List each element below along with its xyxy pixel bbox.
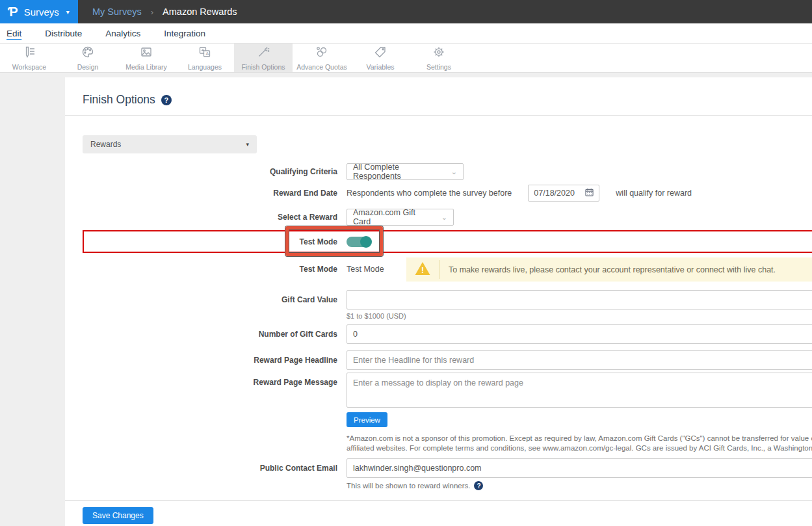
bottom-divider: [65, 500, 812, 501]
toolbar-item-label: Settings: [426, 63, 451, 71]
reward-end-date-value: 07/18/2020: [534, 189, 575, 198]
number-of-gift-cards-row: Number of Gift Cards: [83, 324, 812, 344]
disclaimer-line-1: *Amazon.com is not a sponsor of this pro…: [347, 434, 812, 443]
test-mode-toggle-row: Test Mode: [83, 229, 812, 255]
design-icon: [81, 46, 94, 61]
calendar-icon: [585, 188, 594, 198]
chevron-down-icon: ⌄: [451, 168, 457, 176]
public-contact-email-label: Public Contact Email: [83, 464, 337, 473]
preview-button[interactable]: Preview: [347, 412, 387, 427]
questionpro-logo-icon: Ƥ: [8, 5, 18, 18]
test-mode-status-label: Test Mode: [83, 257, 337, 274]
reward-page-headline-input[interactable]: [347, 350, 812, 370]
reward-page-message-row: Reward Page Message: [83, 373, 812, 408]
reward-page-headline-label: Reward Page Headline: [83, 356, 337, 365]
reward-end-date-label: Reward End Date: [83, 189, 337, 198]
amazon-disclaimer: *Amazon.com is not a sponsor of this pro…: [347, 434, 812, 453]
top-bar: Ƥ Surveys ▾ My Surveys › Amazon Rewards: [0, 0, 812, 23]
reward-end-date-suffix: will qualify for reward: [616, 189, 692, 198]
toolbar-item-label: Languages: [188, 63, 222, 71]
main-tab-nav: Edit Distribute Analytics Integration: [0, 23, 812, 44]
breadcrumb-my-surveys[interactable]: My Surveys: [92, 7, 142, 17]
toggle-knob: [360, 236, 372, 248]
toolbar-item-languages[interactable]: A Languages: [176, 44, 234, 72]
gift-card-value-helper: $1 to $1000 (USD): [347, 312, 812, 320]
warning-text: To make rewards live, please contact you…: [449, 265, 776, 274]
chevron-down-icon: ▾: [246, 141, 249, 148]
toolbar-item-media-library[interactable]: Media Library: [117, 44, 176, 72]
variables-icon: [374, 46, 387, 61]
test-mode-status-row: Test Mode Test Mode ! To make rewards li…: [83, 257, 812, 282]
rewards-dropdown-value: Rewards: [90, 140, 121, 149]
chevron-down-icon: ⌄: [441, 213, 447, 222]
select-reward-select[interactable]: Amazon.com Gift Card ⌄: [347, 209, 454, 226]
gift-card-value-label: Gift Card Value: [83, 295, 337, 304]
finish-options-panel: Finish Options ? Rewards ▾ Qualifying Cr…: [65, 77, 812, 526]
qualifying-criteria-select[interactable]: All Complete Respondents ⌄: [347, 163, 464, 180]
select-reward-label: Select a Reward: [83, 213, 337, 222]
svg-text:A: A: [206, 51, 209, 56]
questionpro-finish-options-page: Ƥ Surveys ▾ My Surveys › Amazon Rewards …: [0, 0, 812, 526]
reward-end-date-input[interactable]: 07/18/2020: [528, 185, 599, 202]
tab-distribute[interactable]: Distribute: [45, 25, 82, 42]
languages-icon: A: [198, 46, 211, 61]
breadcrumb-separator-icon: ›: [151, 7, 153, 17]
chevron-down-icon: ▾: [66, 8, 70, 16]
save-changes-button[interactable]: Save Changes: [83, 507, 153, 524]
rewards-section-dropdown[interactable]: Rewards ▾: [83, 135, 257, 153]
toolbar-item-label: Workspace: [12, 63, 46, 71]
toolbar-item-design[interactable]: Design: [59, 44, 117, 72]
number-of-gift-cards-input[interactable]: [347, 324, 812, 344]
public-contact-email-row: Public Contact Email: [83, 458, 812, 478]
title-divider: [65, 115, 812, 116]
reward-end-date-prefix: Respondents who complete the survey befo…: [347, 189, 512, 198]
toolbar-item-advance-quotas[interactable]: Advance Quotas: [293, 44, 351, 72]
product-switcher[interactable]: Ƥ Surveys ▾: [0, 0, 78, 23]
media-library-icon: [140, 46, 153, 61]
edit-toolbar: Workspace Design Media Library A Languag…: [0, 44, 812, 73]
svg-text:!: !: [421, 266, 424, 275]
tab-integration[interactable]: Integration: [164, 25, 205, 42]
toolbar-item-label: Design: [77, 63, 99, 71]
qualifying-criteria-label: Qualifying Criteria: [83, 167, 337, 176]
gift-card-value-row: Gift Card Value: [83, 290, 812, 309]
test-mode-toggle[interactable]: [347, 237, 371, 247]
toolbar-item-settings[interactable]: Settings: [410, 44, 468, 72]
reward-page-message-label: Reward Page Message: [83, 373, 337, 387]
reward-page-headline-row: Reward Page Headline: [83, 350, 812, 370]
toolbar-item-finish-options[interactable]: Finish Options: [234, 44, 293, 72]
disclaimer-line-2: affiliated websites. For complete terms …: [347, 443, 812, 453]
toolbar-item-label: Advance Quotas: [296, 63, 347, 71]
tab-edit[interactable]: Edit: [7, 25, 21, 42]
reward-end-date-row: Reward End Date Respondents who complete…: [83, 185, 812, 202]
public-contact-email-input[interactable]: [347, 458, 812, 478]
toolbar-item-label: Media Library: [125, 63, 167, 71]
toolbar-item-variables[interactable]: Variables: [351, 44, 410, 72]
qualifying-criteria-value: All Complete Respondents: [353, 163, 442, 181]
qualifying-criteria-row: Qualifying Criteria All Complete Respond…: [83, 163, 812, 180]
workspace-icon: [23, 46, 36, 61]
advance-quotas-icon: [315, 46, 328, 61]
breadcrumb: My Surveys › Amazon Rewards: [78, 0, 237, 23]
gift-card-value-input[interactable]: [347, 290, 812, 309]
public-contact-email-helper: This will be shown to reward winners.: [347, 482, 470, 490]
tab-analytics[interactable]: Analytics: [105, 25, 140, 42]
toolbar-item-label: Variables: [367, 63, 395, 71]
toolbar-item-label: Finish Options: [241, 63, 285, 71]
page-help-icon[interactable]: ?: [161, 95, 172, 105]
warning-divider: [439, 260, 439, 279]
product-name: Surveys: [24, 7, 59, 18]
select-reward-row: Select a Reward Amazon.com Gift Card ⌄: [83, 209, 812, 226]
reward-page-message-textarea[interactable]: [347, 373, 812, 408]
toolbar-item-workspace[interactable]: Workspace: [0, 44, 59, 72]
settings-icon: [432, 46, 445, 61]
page-title: Finish Options: [83, 93, 155, 107]
rewards-form: Qualifying Criteria All Complete Respond…: [83, 163, 812, 524]
select-reward-value: Amazon.com Gift Card: [353, 208, 432, 226]
breadcrumb-current-survey: Amazon Rewards: [163, 7, 237, 17]
warning-triangle-icon: !: [414, 261, 431, 279]
public-contact-email-helper-row: This will be shown to reward winners. ?: [347, 481, 812, 490]
test-mode-status-value: Test Mode: [347, 257, 406, 282]
number-of-gift-cards-label: Number of Gift Cards: [83, 330, 337, 339]
email-help-icon[interactable]: ?: [474, 481, 483, 490]
